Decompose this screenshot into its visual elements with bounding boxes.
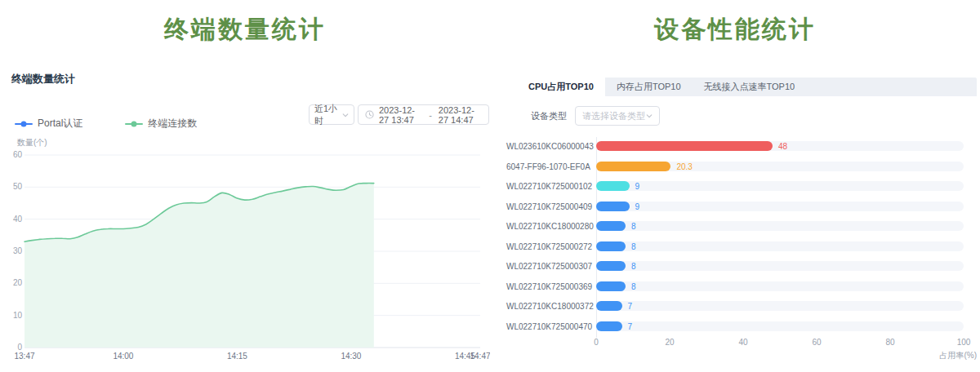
tab-1[interactable]: 内存占用TOP10	[605, 78, 693, 96]
bar-category-label: WL022710K725000102	[506, 182, 590, 191]
right-panel-title: 设备性能统计	[490, 13, 980, 46]
bar-value-label: 8	[631, 282, 636, 291]
bar-x-tick-label: 60	[812, 338, 821, 347]
bar-category-label: 6047-FF96-1070-EF0A	[506, 162, 590, 171]
bar-track	[596, 241, 964, 251]
bar-fill	[596, 321, 622, 331]
performance-tabbar: CPU占用TOP10内存占用TOP10无线接入点速率TOP10	[517, 78, 977, 96]
bar-x-tick-label: 100	[957, 338, 971, 347]
bar-x-axis-name: 占用率(%)	[939, 350, 977, 361]
bar-x-tick-label: 0	[594, 338, 599, 347]
bar-track	[596, 221, 964, 231]
device-type-label: 设备类型	[531, 110, 567, 122]
tab-0[interactable]: CPU占用TOP10	[517, 78, 605, 96]
bar-track	[596, 301, 964, 311]
x-tick-label: 13:47	[14, 352, 34, 361]
y-tick-label: 60	[13, 150, 23, 159]
bar-fill	[596, 162, 670, 171]
bar-category-label: WL022710K725000470	[506, 322, 590, 331]
bar-category-label: WL022710K725000272	[506, 242, 590, 251]
bar-track	[596, 141, 964, 151]
bar-value-label: 8	[631, 242, 636, 251]
date-range-picker[interactable]: 2023-12-27 13:47 - 2023-12-27 14:47	[358, 104, 489, 125]
x-tick-label: 14:47	[470, 352, 490, 361]
bar-track	[596, 162, 964, 171]
time-range-value: 近1小时	[314, 103, 342, 127]
bar-x-tick-label: 40	[738, 338, 747, 347]
bar-chart-axis-line	[596, 137, 597, 338]
tab-2[interactable]: 无线接入点速率TOP10	[693, 78, 807, 96]
bar-track	[596, 181, 964, 191]
bar-fill	[596, 241, 626, 251]
bar-category-label: WL023610KC06000043	[506, 142, 590, 151]
bar-category-label: WL022710K725000369	[506, 282, 590, 291]
legend-line-dot-icon	[125, 123, 143, 125]
bar-track	[596, 202, 964, 211]
terminal-count-section-title: 终端数量统计	[11, 72, 75, 86]
date-range-separator: -	[427, 110, 434, 120]
y-tick-label: 0	[17, 343, 22, 352]
y-axis-name: 数量(个)	[16, 138, 47, 147]
x-tick-label: 14:30	[341, 352, 361, 361]
y-tick-label: 20	[13, 278, 23, 287]
bar-x-tick-label: 80	[885, 338, 894, 347]
bar-value-label: 7	[628, 322, 633, 331]
bar-value-label: 20.3	[676, 162, 692, 171]
clock-icon	[365, 110, 374, 119]
date-range-end: 2023-12-27 14:47	[439, 105, 482, 125]
bar-value-label: 9	[635, 182, 640, 191]
bar-track	[596, 321, 964, 331]
chevron-down-icon	[646, 113, 653, 119]
bar-track	[596, 261, 964, 271]
bar-fill	[596, 221, 626, 231]
date-range-start: 2023-12-27 13:47	[379, 105, 422, 125]
bar-track	[596, 281, 964, 291]
y-tick-label: 10	[13, 311, 23, 320]
terminal-connections-area	[24, 184, 374, 348]
x-tick-label: 14:00	[113, 352, 133, 361]
device-type-placeholder: 请选择设备类型	[582, 110, 645, 122]
bar-fill	[596, 202, 630, 211]
bar-value-label: 8	[631, 262, 636, 271]
x-tick-label: 14:15	[227, 352, 247, 361]
bar-value-label: 9	[635, 202, 640, 211]
bar-value-label: 48	[778, 142, 787, 151]
bar-value-label: 7	[628, 302, 633, 311]
bar-fill	[596, 281, 626, 291]
y-tick-label: 50	[13, 182, 23, 191]
bar-fill	[596, 141, 773, 151]
legend-line-dot-icon	[15, 123, 33, 125]
bar-category-label: WL022710K725000409	[506, 202, 590, 211]
bar-fill	[596, 301, 622, 311]
y-tick-label: 40	[13, 215, 23, 224]
time-range-select[interactable]: 近1小时	[309, 104, 354, 125]
y-tick-label: 30	[13, 246, 23, 255]
bar-fill	[596, 261, 626, 271]
chevron-down-icon	[342, 112, 349, 118]
device-type-select[interactable]: 请选择设备类型	[575, 106, 660, 126]
bar-category-label: WL022710KC18000280	[506, 222, 590, 231]
left-panel-title: 终端数量统计	[0, 13, 490, 46]
bar-x-tick-label: 20	[665, 338, 674, 347]
bar-fill	[596, 181, 630, 191]
bar-category-label: WL022710KC18000372	[506, 302, 590, 311]
bar-value-label: 8	[631, 222, 636, 231]
bar-category-label: WL022710K725000307	[506, 262, 590, 271]
terminal-count-area-chart: 数量(个)010203040506013:4714:0014:1514:3014…	[0, 127, 490, 372]
